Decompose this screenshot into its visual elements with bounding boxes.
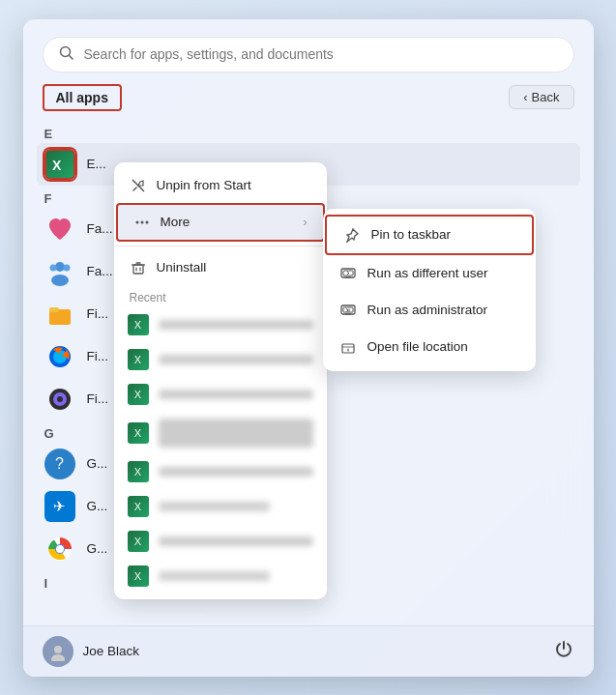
recent-file-name-8 — [159, 571, 270, 581]
svg-rect-21 — [133, 265, 143, 274]
uninstall-icon — [130, 259, 147, 276]
svg-point-35 — [51, 654, 65, 661]
search-icon — [59, 45, 74, 64]
sub-ctx-run-admin-label: Run as administrator — [367, 303, 488, 317]
fa2-app-name: Fa... — [87, 264, 113, 278]
recent-file-7[interactable]: X — [114, 524, 327, 559]
svg-point-18 — [135, 220, 138, 223]
g1-app-name: G... — [87, 456, 108, 471]
recent-excel-icon-3: X — [128, 384, 149, 405]
svg-text:X: X — [52, 158, 62, 173]
context-menu: Unpin from Start More › — [114, 162, 327, 599]
obs-icon — [44, 384, 75, 415]
recent-file-name-1 — [159, 320, 313, 330]
svg-point-5 — [49, 264, 56, 271]
svg-point-16 — [56, 545, 64, 553]
recent-file-name-3 — [159, 390, 313, 399]
ctx-divider — [114, 246, 327, 246]
chrome-icon — [44, 534, 75, 565]
power-icon — [553, 638, 574, 659]
search-bar[interactable] — [43, 37, 574, 72]
ctx-unpin-label: Unpin from Start — [157, 178, 251, 192]
recent-file-3[interactable]: X — [114, 377, 327, 412]
power-button[interactable] — [553, 638, 574, 664]
g1-icon: ? — [44, 449, 75, 479]
svg-point-20 — [145, 220, 148, 223]
excel-app-name: E... — [87, 157, 106, 171]
svg-point-6 — [63, 264, 70, 271]
recent-excel-icon-2: X — [128, 349, 149, 370]
people-icon — [44, 256, 75, 287]
svg-point-3 — [55, 262, 65, 272]
all-apps-bar: All apps ‹ Back — [23, 84, 594, 121]
section-e-label: E — [37, 121, 580, 143]
ctx-uninstall-label: Uninstall — [157, 260, 207, 275]
fi3-app-name: Fi... — [87, 391, 109, 406]
recent-file-6[interactable]: X — [114, 489, 327, 524]
open-file-location-icon — [338, 337, 358, 357]
recent-file-8[interactable]: X — [114, 559, 327, 594]
back-label: Back — [532, 90, 560, 104]
recent-file-name-4 — [159, 419, 313, 448]
fi2-app-name: Fi... — [87, 349, 109, 363]
ctx-more-chevron-icon: › — [304, 216, 308, 229]
username-label: Joe Black — [83, 644, 140, 658]
taskbar-bottom: Joe Black — [23, 625, 594, 677]
run-admin-icon — [338, 301, 358, 320]
pin-taskbar-icon — [342, 225, 362, 245]
recent-file-name-2 — [159, 355, 313, 364]
excel-icon: X — [44, 149, 75, 180]
ctx-unpin-item[interactable]: Unpin from Start — [114, 168, 327, 203]
g2-app-name: G... — [87, 499, 108, 513]
health-icon — [44, 214, 75, 245]
back-chevron-icon: ‹ — [523, 90, 527, 104]
firefox-icon — [44, 341, 75, 372]
svg-rect-27 — [343, 271, 353, 275]
svg-line-1 — [69, 55, 73, 59]
sub-ctx-open-file-location[interactable]: Open file location — [323, 329, 536, 365]
ctx-more-label: More — [161, 215, 191, 229]
sub-ctx-open-file-location-label: Open file location — [367, 339, 468, 354]
recent-excel-icon-7: X — [128, 531, 149, 552]
recent-file-4[interactable]: X — [114, 412, 327, 454]
recent-file-2[interactable]: X — [114, 342, 327, 377]
recent-file-name-7 — [159, 536, 313, 546]
all-apps-button[interactable]: All apps — [43, 84, 122, 111]
recent-excel-icon-6: X — [128, 496, 149, 517]
svg-rect-8 — [49, 307, 59, 312]
sub-ctx-run-different-user-label: Run as different user — [367, 266, 488, 280]
svg-point-4 — [51, 275, 69, 286]
sub-ctx-run-different-user[interactable]: Run as different user — [323, 255, 536, 292]
recent-excel-icon-1: X — [128, 314, 149, 335]
recent-excel-icon-5: X — [128, 461, 149, 482]
more-dots-icon — [133, 214, 151, 231]
recent-file-name-5 — [159, 467, 313, 477]
ctx-recent-label: Recent — [114, 285, 327, 307]
svg-point-13 — [57, 396, 63, 402]
svg-point-34 — [54, 646, 62, 653]
recent-file-5[interactable]: X — [114, 454, 327, 489]
sub-ctx-pin-taskbar-label: Pin to taskbar — [371, 227, 452, 242]
files-icon — [44, 299, 75, 330]
g2-icon: ✈ — [44, 491, 75, 522]
svg-point-19 — [140, 220, 143, 223]
start-menu: All apps ‹ Back E X E... F Fa... — [23, 19, 594, 677]
sub-context-menu: Pin to taskbar Run as different user — [323, 209, 536, 371]
sub-ctx-pin-taskbar[interactable]: Pin to taskbar — [325, 215, 534, 255]
recent-excel-icon-4: X — [128, 422, 149, 444]
run-different-user-icon — [338, 264, 358, 283]
recent-excel-icon-8: X — [128, 565, 149, 587]
ctx-uninstall-item[interactable]: Uninstall — [114, 250, 327, 285]
user-info[interactable]: Joe Black — [43, 636, 140, 667]
back-button[interactable]: ‹ Back — [509, 85, 573, 109]
g3-app-name: G... — [87, 541, 108, 556]
ctx-more-item[interactable]: More › — [116, 203, 325, 242]
recent-file-1[interactable]: X — [114, 307, 327, 342]
search-input[interactable] — [84, 46, 558, 62]
recent-file-name-6 — [159, 502, 270, 511]
unpin-icon — [130, 177, 147, 194]
fi1-app-name: Fi... — [87, 306, 109, 321]
sub-ctx-run-admin[interactable]: Run as administrator — [323, 292, 536, 329]
avatar — [43, 636, 73, 667]
fa1-app-name: Fa... — [87, 221, 113, 236]
